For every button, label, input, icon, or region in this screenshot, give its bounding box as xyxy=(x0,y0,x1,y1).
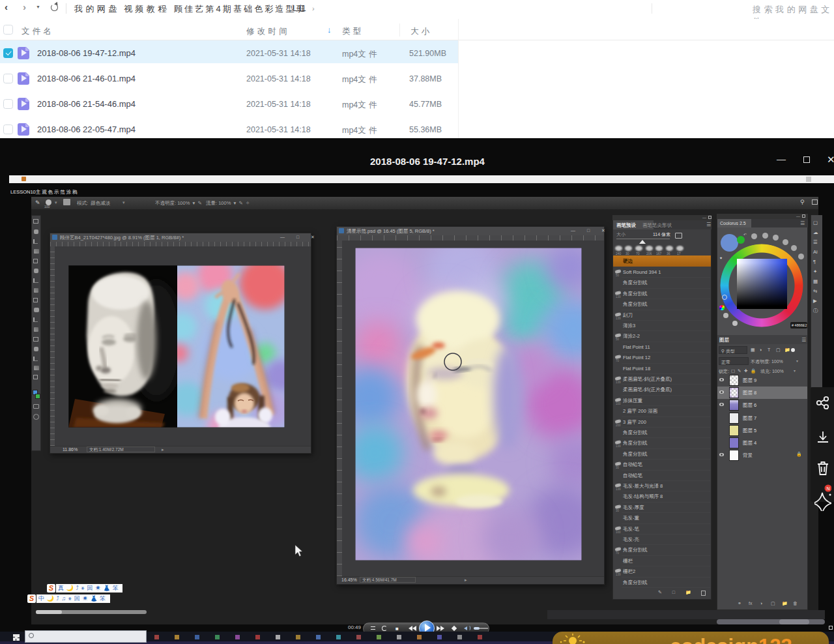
svg-text:N: N xyxy=(826,486,829,491)
